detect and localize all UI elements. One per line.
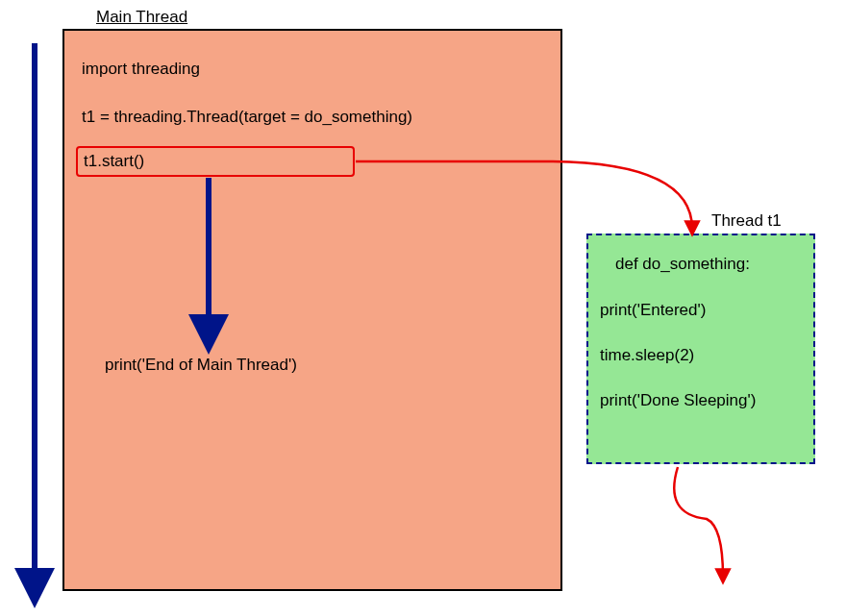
- main-code-thread-create: t1 = threading.Thread(target = do_someth…: [82, 108, 412, 127]
- start-call-highlight: t1.start(): [76, 146, 355, 177]
- t1-code-def: def do_something:: [615, 255, 750, 274]
- t1-code-print-entered: print('Entered'): [600, 301, 706, 320]
- main-thread-box: import threading t1 = threading.Thread(t…: [62, 29, 562, 591]
- t1-code-sleep: time.sleep(2): [600, 346, 694, 365]
- thread-continue-arrow: [674, 467, 723, 577]
- thread-t1-label: Thread t1: [711, 211, 782, 231]
- t1-code-print-done: print('Done Sleeping'): [600, 391, 756, 410]
- main-code-import: import threading: [82, 60, 200, 79]
- main-thread-label: Main Thread: [96, 8, 187, 27]
- thread-t1-box: def do_something: print('Entered') time.…: [586, 234, 815, 464]
- start-call-text: t1.start(): [84, 152, 144, 171]
- main-code-end: print('End of Main Thread'): [105, 356, 297, 375]
